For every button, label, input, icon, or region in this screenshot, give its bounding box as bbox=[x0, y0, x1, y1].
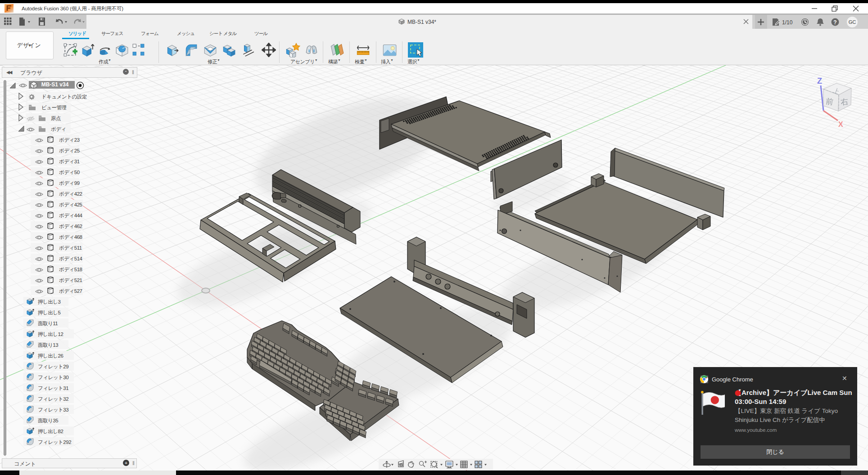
svg-text:?: ? bbox=[833, 19, 836, 26]
svg-text:右: 右 bbox=[840, 97, 849, 107]
svg-text:X: X bbox=[838, 121, 843, 128]
svg-text:前: 前 bbox=[825, 97, 834, 107]
svg-text:Z: Z bbox=[817, 76, 822, 85]
